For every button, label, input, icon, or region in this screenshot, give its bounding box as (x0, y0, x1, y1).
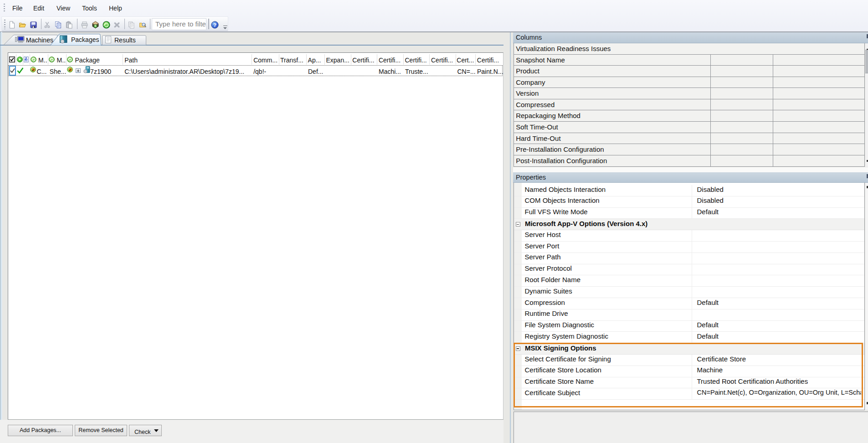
svg-text:?: ? (213, 22, 216, 28)
svg-text:Machines: Machines (26, 36, 53, 44)
